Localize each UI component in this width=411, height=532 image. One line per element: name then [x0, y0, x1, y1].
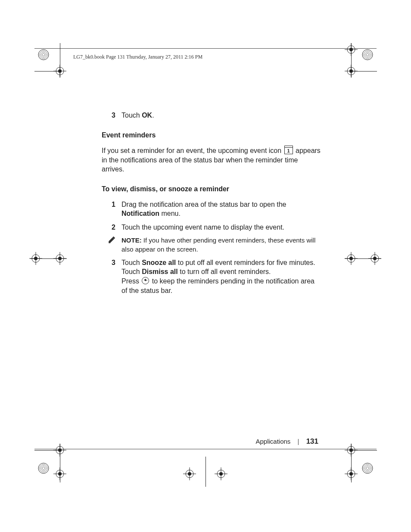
- crop-line: [34, 71, 60, 72]
- bold-ok: OK: [142, 112, 152, 119]
- step-2: 2 Touch the upcoming event name to displ…: [102, 223, 321, 232]
- svg-point-18: [365, 52, 370, 57]
- top-rule: [34, 48, 377, 49]
- crop-line: [351, 71, 377, 72]
- bold-notification: Notification: [121, 210, 159, 217]
- step-text: Drag the notification area of the status…: [121, 200, 321, 218]
- page-number: 131: [306, 437, 318, 445]
- text: to keep the reminders pending in the not…: [121, 277, 314, 294]
- crop-line: [345, 258, 381, 259]
- crop-line: [351, 43, 352, 78]
- svg-point-4: [38, 50, 49, 60]
- step-3: 3 Touch Snooze all to put off all event …: [102, 258, 321, 295]
- header-path: LG7_bk0.book Page 131 Thursday, January …: [73, 54, 202, 60]
- svg-point-19: [366, 53, 369, 56]
- registration-spiro-icon: [361, 48, 374, 61]
- svg-point-6: [41, 52, 46, 57]
- footer-section: Applications: [255, 438, 290, 445]
- text: Touch: [121, 112, 142, 119]
- svg-point-47: [42, 467, 45, 470]
- svg-point-66: [365, 466, 370, 471]
- svg-point-64: [362, 463, 373, 473]
- page-content: 3 Touch OK. Event reminders If you set a…: [102, 111, 321, 299]
- back-button-icon: [142, 277, 149, 284]
- step-3-ok: 3 Touch OK.: [102, 111, 321, 120]
- crop-line: [34, 450, 60, 451]
- svg-point-67: [366, 467, 369, 470]
- svg-point-5: [40, 51, 47, 59]
- text: If you set a reminder for an event, the …: [102, 147, 283, 154]
- bold-snooze-all: Snooze all: [142, 259, 176, 266]
- svg-point-16: [362, 50, 373, 60]
- svg-point-44: [38, 463, 49, 473]
- icon-number: 1: [285, 148, 293, 154]
- text: menu.: [159, 210, 181, 217]
- svg-marker-1: [109, 237, 114, 243]
- note-label: NOTE:: [121, 236, 142, 244]
- step-1: 1 Drag the notification area of the stat…: [102, 200, 321, 218]
- note-text: NOTE: If you have other pending event re…: [121, 236, 321, 254]
- svg-point-7: [42, 53, 45, 56]
- step-text: Touch Snooze all to put off all event re…: [121, 258, 321, 295]
- crop-line: [206, 457, 206, 487]
- calendar-event-icon: 1: [284, 146, 293, 154]
- heading-view-dismiss-snooze: To view, dismiss, or snooze a reminder: [102, 184, 321, 194]
- bottom-rule: [34, 449, 377, 449]
- step-number: 3: [102, 111, 121, 120]
- text: to put off all event reminders for five …: [176, 259, 315, 266]
- bold-dismiss-all: Dismiss all: [142, 268, 178, 275]
- registration-spiro-icon: [37, 462, 50, 475]
- step-text: Touch OK.: [121, 111, 321, 120]
- registration-spiro-icon: [361, 462, 374, 475]
- step-text: Touch the upcoming event name to display…: [121, 223, 321, 232]
- svg-point-46: [41, 466, 46, 471]
- heading-event-reminders: Event reminders: [102, 131, 321, 140]
- note-pencil-icon: [102, 236, 121, 254]
- text: If you have other pending event reminder…: [121, 236, 315, 252]
- crop-line: [30, 258, 67, 259]
- text: Drag the notification area of the status…: [121, 201, 286, 208]
- paragraph: If you set a reminder for an event, the …: [102, 146, 321, 174]
- step-number: 1: [102, 200, 121, 218]
- registration-mark-icon: [215, 467, 227, 480]
- step-number: 3: [102, 258, 121, 295]
- text: Touch: [121, 259, 142, 266]
- text: Touch: [121, 268, 142, 275]
- registration-mark-icon: [183, 467, 196, 480]
- text: .: [152, 112, 154, 119]
- svg-point-45: [40, 464, 47, 472]
- footer-separator: |: [298, 438, 299, 445]
- crop-line: [351, 450, 377, 451]
- text: to turn off all event reminders.: [178, 268, 271, 275]
- note-row: NOTE: If you have other pending event re…: [102, 236, 321, 254]
- registration-spiro-icon: [37, 48, 50, 61]
- crop-line: [351, 444, 352, 482]
- text: Press: [121, 277, 141, 285]
- step-number: 2: [102, 223, 121, 232]
